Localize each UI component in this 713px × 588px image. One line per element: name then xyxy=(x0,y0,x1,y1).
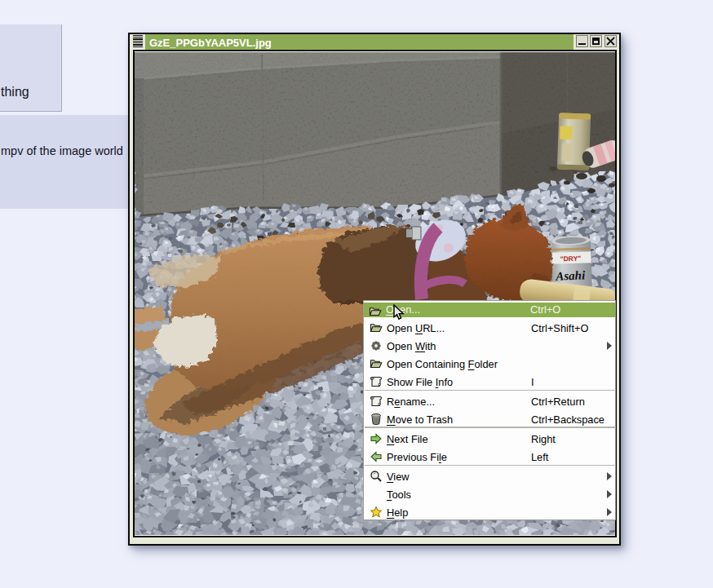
svg-text:"DRY": "DRY" xyxy=(560,254,581,263)
svg-text:Asahi: Asahi xyxy=(555,268,586,282)
